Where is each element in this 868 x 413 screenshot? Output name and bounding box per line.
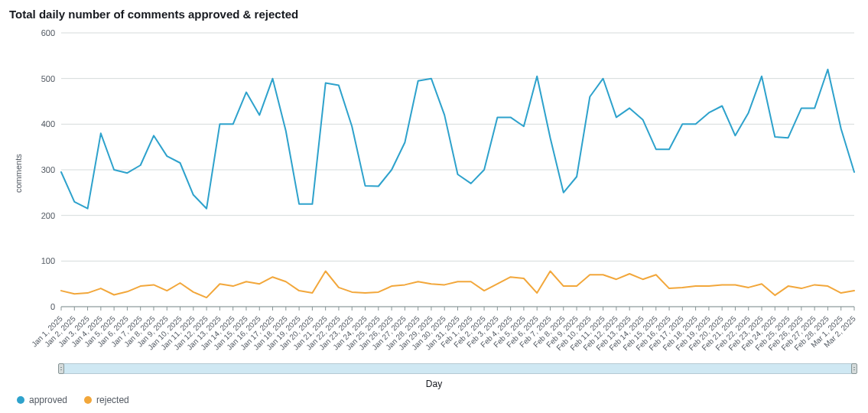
x-axis-label: Day	[9, 379, 859, 389]
y-tick-label: 500	[24, 74, 55, 83]
chart-plot-area: 0100200300400500600Jan 1, 2025Jan 2, 202…	[9, 24, 859, 413]
chart-legend: approved rejected	[17, 395, 129, 405]
y-tick-label: 200	[24, 211, 55, 220]
range-slider-handle-left[interactable]	[58, 363, 64, 374]
range-slider-handle-right[interactable]	[851, 363, 857, 374]
chart-title: Total daily number of comments approved …	[9, 8, 859, 21]
y-axis-label: comments	[14, 154, 23, 193]
chart-svg	[9, 24, 859, 314]
y-tick-label: 400	[24, 119, 55, 128]
series-rejected[interactable]	[61, 272, 854, 298]
legend-dot-rejected	[84, 396, 92, 404]
legend-item-rejected[interactable]: rejected	[84, 395, 129, 405]
chart-container: Total daily number of comments approved …	[0, 0, 868, 413]
legend-label-rejected: rejected	[96, 395, 129, 405]
range-slider-track[interactable]	[61, 363, 854, 374]
series-approved[interactable]	[61, 70, 854, 209]
legend-label-approved: approved	[29, 395, 67, 405]
y-tick-label: 600	[24, 28, 55, 37]
legend-item-approved[interactable]: approved	[17, 395, 67, 405]
y-tick-label: 0	[24, 302, 55, 311]
y-tick-label: 300	[24, 165, 55, 174]
y-tick-label: 100	[24, 256, 55, 265]
legend-dot-approved	[17, 396, 24, 404]
